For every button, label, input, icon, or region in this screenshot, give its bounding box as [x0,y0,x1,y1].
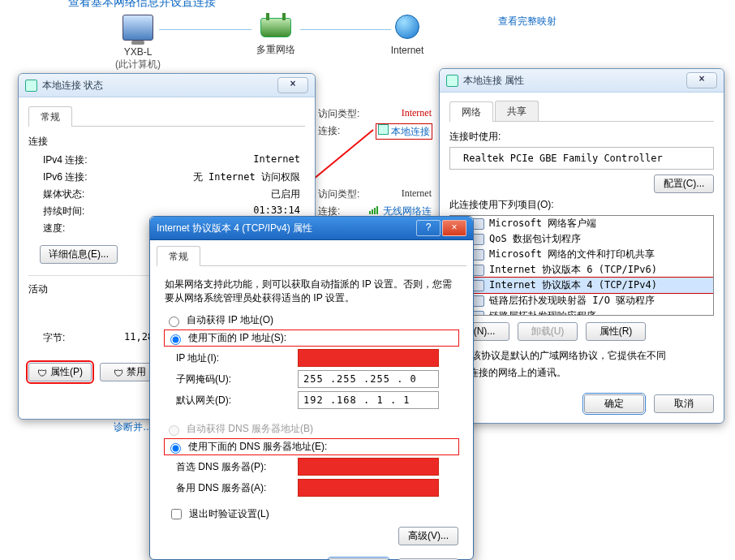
label-ipv6: IPv6 连接: [43,170,124,184]
radio-use-dns-input[interactable] [170,443,181,454]
radio-auto-dns: 自动获得 DNS 服务器地址(B) [165,422,458,436]
close-button[interactable]: × [277,77,308,93]
dialog-title: 本地连接 属性 [463,69,524,92]
tabs: 网络 共享 [449,101,714,122]
list-item: Microsoft 网络客户端 [450,216,713,231]
list-item: Microsoft 网络的文件和打印机共享 [450,247,713,262]
label-items: 此连接使用下列项目(O): [449,198,714,212]
disable-button-label: 禁用 [127,365,146,379]
network-items-list[interactable]: Microsoft 网络客户端 QoS 数据包计划程序 Microsoft 网络… [449,215,714,316]
dialog-title: Internet 协议版本 4 (TCP/IPv4) 属性 [157,217,312,239]
label-gateway: 默认网关(D): [176,394,298,407]
value-access-type: Internet [402,107,432,121]
nic-icon [378,124,389,135]
label-subnet: 子网掩码(U): [176,373,298,386]
checkbox-validate-input[interactable] [171,509,182,519]
properties-button-label: 属性(P) [50,365,83,379]
map-node-multi-network: 多重网络 [227,18,325,57]
list-item-selected: Internet 协议版本 4 (TCP/IPv4) [450,278,713,293]
tabs: 常规 [157,245,466,266]
label-connection: 连接: [318,124,340,139]
computer-icon [122,15,153,41]
adapter-name: Realtek PCIe GBE Family Controller [463,153,663,164]
titlebar[interactable]: 本地连接 状态 × [19,74,315,97]
cancel-button[interactable]: 取消 [654,394,714,413]
close-button[interactable]: × [442,220,466,236]
value-ipv4: Internet [124,153,300,167]
label-access-type: 访问类型: [318,187,359,201]
dialog-local-connection-properties: 本地连接 属性 × 网络 共享 连接时使用: Realtek PCIe GBE … [439,68,724,424]
label-dns-secondary: 备用 DNS 服务器(A): [176,481,298,495]
tab-network[interactable]: 网络 [449,101,493,122]
intro-text: 如果网络支持此功能，则可以获取自动指派的 IP 设置。否则，您需要从网络系统管理… [165,278,458,305]
tab-general[interactable]: 常规 [157,246,200,266]
input-subnet-mask[interactable]: 255 .255 .255 . 0 [298,370,439,388]
radio-use-ip[interactable]: 使用下面的 IP 地址(S): [165,330,458,346]
view-full-map-link[interactable]: 查看完整映射 [498,15,557,28]
nic-icon [25,80,37,92]
label-bytes: 字节: [43,331,124,345]
titlebar[interactable]: 本地连接 属性 × [440,69,724,93]
window-controls: ? × [415,220,466,236]
router-icon [260,18,291,37]
node-sublabel: (此计算机) [89,58,187,71]
label-ip: IP 地址(I): [176,351,298,365]
checkbox-validate-on-exit[interactable]: 退出时验证设置(L) [168,506,458,522]
close-button[interactable]: × [686,72,717,88]
wifi-signal-icon [369,205,380,217]
label-ipv4: IPv4 连接: [43,153,124,167]
tabs: 常规 [28,106,305,127]
map-node-this-pc: YXB-L (此计算机) [89,15,187,71]
list-item: QoS 数据包计划程序 [450,231,713,247]
node-label: YXB-L [89,46,187,58]
tab-sharing[interactable]: 共享 [495,101,539,121]
section-connection-label: 连接 [28,135,305,149]
list-item: 链路层拓扑发现映射器 I/O 驱动程序 [450,293,713,308]
radio-auto-dns-input [169,425,179,436]
label-duration: 持续时间: [43,205,124,218]
active-networks-column: 访问类型: Internet 连接: 本地连接 访问类型: Internet 连… [318,104,432,222]
node-label: 多重网络 [227,43,325,57]
help-button[interactable]: ? [416,220,441,236]
radio-auto-ip-input[interactable] [169,317,179,327]
label-speed: 速度: [43,222,124,235]
value-access-type: Internet [402,187,432,201]
details-button[interactable]: 详细信息(E)... [40,245,118,264]
shield-icon: 🛡 [114,368,123,377]
input-dns-primary[interactable] [298,458,439,476]
label-media: 媒体状态: [43,187,124,201]
node-label: Internet [359,45,456,56]
link-wireless-connection[interactable]: 无线网络连 [383,205,432,217]
radio-use-dns[interactable]: 使用下面的 DNS 服务器地址(E): [165,439,458,454]
link-local-connection[interactable]: 本地连接 [391,126,430,137]
page-heading-fragment: 查看基本网络信息并设置连接 [68,0,216,10]
item-properties-button[interactable]: 属性(R) [586,322,646,341]
value-ipv6: 无 Internet 访问权限 [124,170,300,184]
titlebar[interactable]: Internet 协议版本 4 (TCP/IPv4) 属性 ? × [150,217,473,240]
globe-icon [395,15,419,39]
map-node-internet: Internet [359,15,456,56]
input-dns-secondary[interactable] [298,479,439,497]
advanced-button[interactable]: 高级(V)... [398,527,458,545]
radio-auto-ip[interactable]: 自动获得 IP 地址(O) [165,313,458,327]
uninstall-button: 卸载(U) [518,322,578,341]
list-item: 链路层拓扑发现响应程序 [450,308,713,316]
ok-button[interactable]: 确定 [584,394,644,413]
label-access-type: 访问类型: [318,107,359,121]
dialog-ipv4-properties: Internet 协议版本 4 (TCP/IPv4) 属性 ? × 常规 如果网… [149,216,474,560]
label-connect-using: 连接时使用: [449,130,714,144]
label-dns-primary: 首选 DNS 服务器(P): [176,460,298,474]
value-media: 已启用 [124,187,300,201]
radio-use-ip-input[interactable] [170,334,181,345]
input-ip-address[interactable] [298,349,439,367]
adapter-box: Realtek PCIe GBE Family Controller [449,147,714,170]
shield-icon: 🛡 [37,368,47,377]
tab-general[interactable]: 常规 [28,106,72,127]
dialog-title: 本地连接 状态 [42,74,103,97]
configure-button[interactable]: 配置(C)... [654,174,714,193]
diagnose-link-fragment[interactable]: 诊断并… [114,420,153,434]
nic-icon [446,75,458,87]
input-default-gateway[interactable]: 192 .168 . 1 . 1 [298,391,439,409]
properties-button[interactable]: 🛡 属性(P) [28,363,92,381]
list-item: Internet 协议版本 6 (TCP/IPv6) [450,262,713,278]
